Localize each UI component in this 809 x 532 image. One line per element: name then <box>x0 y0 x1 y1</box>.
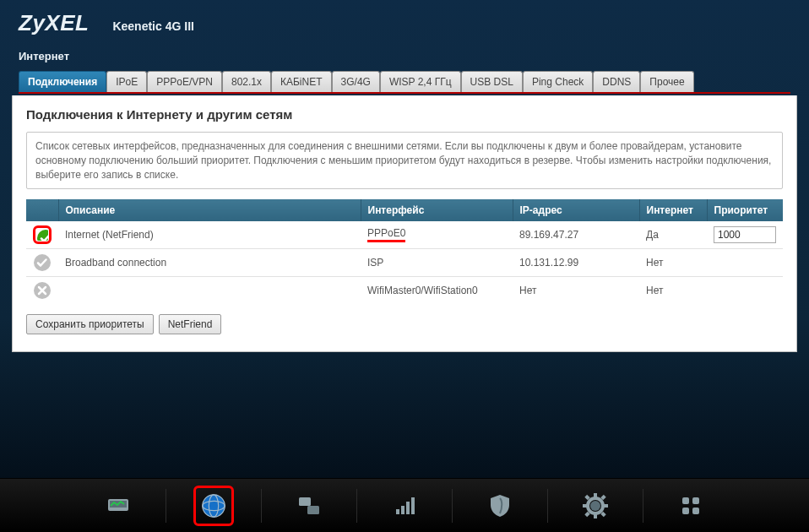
cell-internet: Нет <box>639 249 707 277</box>
dock-separator <box>166 489 166 523</box>
monitor-icon[interactable] <box>98 486 138 526</box>
connections-card: Подключения к Интернету и другим сетям С… <box>12 95 797 352</box>
shield-icon[interactable] <box>480 486 520 526</box>
dock-separator <box>261 489 262 523</box>
wifi-icon[interactable] <box>384 486 425 526</box>
col-ip: IP-адрес <box>513 199 639 221</box>
tab-5[interactable]: 3G/4G <box>332 71 380 92</box>
netfriend-button[interactable]: NetFriend <box>159 314 222 334</box>
svg-point-0 <box>37 230 52 244</box>
cell-internet: Нет <box>639 277 707 305</box>
dock-separator <box>356 489 357 523</box>
table-row[interactable]: Internet (NetFriend)PPPoE089.169.47.27Да <box>26 221 783 249</box>
gear-icon[interactable] <box>575 486 616 526</box>
col-internet: Интернет <box>639 199 707 221</box>
dock-separator <box>643 489 643 523</box>
status-icon <box>26 277 58 305</box>
table-row[interactable]: WifiMaster0/WifiStation0НетНет <box>26 277 783 305</box>
cell-iface: WifiMaster0/WifiStation0 <box>361 277 513 305</box>
tab-4[interactable]: КАБiNET <box>271 71 332 92</box>
svg-rect-10 <box>307 506 319 514</box>
table-row[interactable]: Broadband connectionISP10.131.12.99Нет <box>26 249 783 277</box>
section-title: Интернет <box>19 50 790 62</box>
svg-rect-12 <box>401 506 404 514</box>
cell-internet: Да <box>639 221 707 249</box>
svg-rect-14 <box>411 497 415 514</box>
model-name: Keenetic 4G III <box>112 19 193 33</box>
connections-table: Описание Интерфейс IP-адрес Интернет При… <box>26 199 783 304</box>
cell-priority <box>707 277 783 305</box>
svg-rect-13 <box>406 502 410 514</box>
save-priorities-button[interactable]: Сохранить приоритеты <box>26 314 154 334</box>
dock-separator <box>547 489 548 523</box>
svg-rect-27 <box>682 508 689 514</box>
cell-ip: 10.131.12.99 <box>513 249 639 277</box>
svg-rect-9 <box>299 497 311 506</box>
cell-priority <box>707 221 783 249</box>
tab-7[interactable]: USB DSL <box>461 71 523 92</box>
tab-strip: ПодключенияIPoEPPPoE/VPN802.1xКАБiNET3G/… <box>19 71 790 94</box>
status-icon <box>26 221 58 249</box>
tab-10[interactable]: Прочее <box>640 71 693 92</box>
col-description: Описание <box>58 199 361 221</box>
cell-ip: 89.169.47.27 <box>513 221 639 249</box>
card-title: Подключения к Интернету и другим сетям <box>26 107 783 122</box>
cell-iface: ISP <box>361 249 513 277</box>
col-priority: Приоритет <box>707 199 783 221</box>
card-description: Список сетевых интерфейсов, предназначен… <box>26 132 783 189</box>
svg-point-15 <box>590 501 600 511</box>
tab-9[interactable]: DDNS <box>593 71 640 92</box>
cell-desc: Internet (NetFriend) <box>58 221 361 249</box>
brand-logo: ZyXEL <box>19 10 89 36</box>
cell-ip: Нет <box>513 277 639 305</box>
bottom-dock <box>0 478 809 532</box>
globe-icon[interactable] <box>193 486 234 526</box>
svg-rect-28 <box>692 508 699 514</box>
svg-rect-26 <box>692 497 699 504</box>
tab-1[interactable]: IPoE <box>106 71 147 92</box>
tab-8[interactable]: Ping Check <box>523 71 593 92</box>
svg-rect-25 <box>682 497 689 504</box>
cell-iface: PPPoE0 <box>361 221 513 249</box>
tab-2[interactable]: PPPoE/VPN <box>147 71 222 92</box>
dock-separator <box>452 489 453 523</box>
col-status <box>26 199 58 221</box>
tab-3[interactable]: 802.1x <box>222 71 271 92</box>
network-icon[interactable] <box>289 486 329 526</box>
cell-priority <box>707 249 783 277</box>
col-interface: Интерфейс <box>361 199 513 221</box>
status-icon <box>26 249 58 277</box>
apps-icon[interactable] <box>671 486 711 526</box>
tab-0[interactable]: Подключения <box>19 71 106 92</box>
tab-6[interactable]: WISP 2,4 ГГц <box>380 71 461 92</box>
priority-input[interactable] <box>714 226 776 243</box>
cell-desc <box>58 277 361 305</box>
cell-desc: Broadband connection <box>58 249 361 277</box>
svg-rect-11 <box>396 509 399 514</box>
